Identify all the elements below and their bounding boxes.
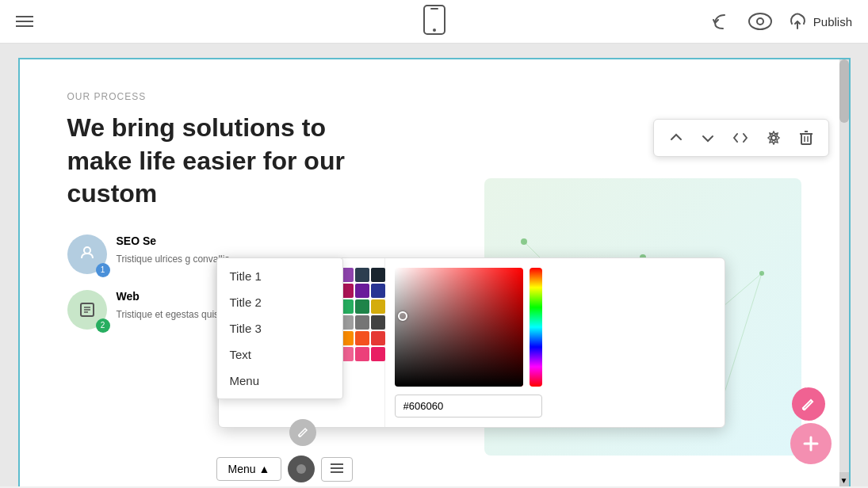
swatch-cell[interactable] [371,268,385,282]
menu-dropdown-button[interactable]: Menu ▲ [216,457,282,481]
svg-rect-7 [801,134,811,144]
fab-pencil-button[interactable] [792,387,825,421]
top-bar: Publish [0,0,868,44]
menu-btn-row: Menu ▲ [216,456,354,482]
dropdown-item-title3[interactable]: Title 3 [217,315,342,341]
dropdown-item-title2[interactable]: Title 2 [217,289,342,315]
hamburger-menu[interactable] [16,16,33,27]
phone-device-icon[interactable] [423,5,445,38]
gradient-panel [385,258,552,427]
svg-point-41 [296,464,306,474]
preview-icon[interactable] [748,13,772,30]
gradient-handle[interactable] [398,311,407,321]
publish-button[interactable]: Publish [788,13,852,30]
svg-line-28 [722,273,762,400]
swatch-cell[interactable] [355,268,369,282]
card2-avatar: 2 [67,290,107,330]
edit-icon-overlay [289,419,316,446]
floating-toolbar [653,119,829,157]
back-icon[interactable] [710,10,732,32]
main-heading: We bring solutions to make life easier f… [67,112,384,211]
swatch-cell[interactable] [371,315,385,330]
delete-button[interactable] [792,126,820,150]
move-down-button[interactable] [694,126,722,150]
card1-badge: 1 [96,263,110,277]
move-up-button[interactable] [662,126,690,150]
dropdown-item-title1[interactable]: Title 1 [217,263,342,289]
dropdown-item-menu[interactable]: Menu [217,368,342,394]
swatch-cell[interactable] [355,315,369,330]
swatch-cell[interactable] [371,299,385,314]
code-button[interactable] [725,126,755,150]
settings-button[interactable] [759,126,789,150]
swatch-cell[interactable] [355,347,369,361]
rainbow-bar[interactable] [530,268,542,387]
menu-btn-label: Menu ▲ [228,463,270,475]
edit-icon-button[interactable] [289,419,316,446]
swatch-cell[interactable] [371,331,385,345]
svg-point-3 [749,13,771,29]
align-button[interactable] [321,457,353,482]
svg-point-6 [771,135,776,140]
svg-point-1 [433,29,436,32]
svg-point-33 [759,271,764,276]
scroll-thumb[interactable] [839,59,849,123]
swatch-cell[interactable] [371,347,385,361]
svg-point-12 [84,247,90,254]
swatch-cell[interactable] [355,284,369,298]
canvas-area: OUR PROCESS We bring solutions to make l… [18,58,851,486]
process-label: OUR PROCESS [67,91,801,102]
svg-point-29 [521,238,527,245]
publish-label: Publish [813,15,852,29]
fab-plus-button[interactable] [790,423,832,464]
gradient-canvas[interactable] [395,268,523,387]
svg-point-4 [757,18,763,25]
dropdown-menu: Title 1 Title 2 Title 3 Text Menu [216,257,343,399]
swatch-cell[interactable] [355,331,369,345]
swatch-cell[interactable] [371,284,385,298]
swatch-cell[interactable] [355,299,369,314]
card1-avatar: 1 [67,234,107,274]
circle-color-button[interactable] [288,456,315,482]
dropdown-item-text[interactable]: Text [217,341,342,368]
hex-input[interactable] [395,395,542,417]
card2-badge: 2 [96,318,110,333]
scroll-down-arrow[interactable]: ▼ [839,472,849,486]
scroll-bar[interactable]: ▼ [839,59,849,486]
